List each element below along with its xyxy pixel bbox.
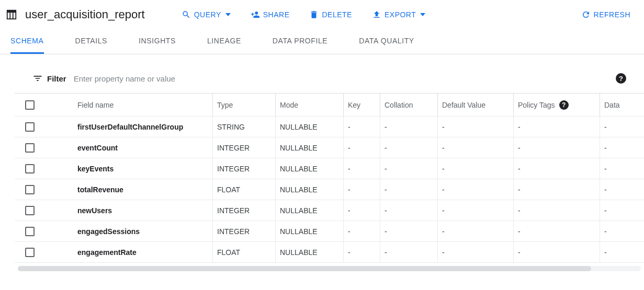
delete-label: DELETE [322, 10, 352, 19]
schema-panel: Filter ? Field name Type Mode Key Collat… [0, 54, 644, 271]
chevron-down-icon [225, 12, 231, 17]
cell-policy: - [513, 242, 600, 262]
cell-collation: - [380, 200, 437, 221]
refresh-button[interactable]: REFRESH [576, 7, 636, 22]
tab-schema[interactable]: SCHEMA [10, 29, 44, 54]
policy-tags-label: Policy Tags [518, 101, 555, 109]
cell-fieldname: newUsers [45, 206, 212, 215]
query-label: QUERY [194, 10, 221, 19]
col-header-policy: Policy Tags ? [513, 94, 600, 116]
tab-lineage[interactable]: LINEAGE [207, 29, 241, 54]
schema-table: Field name Type Mode Key Collation Defau… [15, 93, 644, 263]
cell-type: INTEGER [212, 158, 275, 179]
cell-mode: NULLABLE [275, 137, 343, 158]
col-header-type: Type [212, 94, 275, 116]
row-checkbox[interactable] [25, 122, 35, 132]
cell-fieldname: engagementRate [45, 248, 212, 257]
scrollbar-thumb[interactable] [18, 266, 591, 271]
cell-collation: - [380, 137, 437, 158]
cell-data: - [600, 137, 641, 158]
row-checkbox[interactable] [25, 143, 35, 153]
cell-fieldname: keyEvents [45, 165, 212, 173]
cell-default: - [437, 179, 513, 200]
delete-button[interactable]: DELETE [304, 7, 357, 22]
help-icon[interactable]: ? [616, 73, 626, 84]
cell-collation: - [380, 179, 437, 200]
col-header-mode: Mode [275, 94, 343, 116]
table-row: eventCountINTEGERNULLABLE----- [15, 137, 644, 158]
tab-data-quality[interactable]: DATA QUALITY [359, 29, 414, 54]
cell-default: - [437, 137, 513, 158]
col-header-key: Key [343, 94, 380, 116]
cell-policy: - [513, 137, 600, 158]
filter-label: Filter [47, 74, 66, 83]
tab-details[interactable]: DETAILS [75, 29, 108, 54]
cell-mode: NULLABLE [275, 158, 343, 179]
cell-key: - [343, 200, 380, 221]
table-row: engagedSessionsINTEGERNULLABLE----- [15, 221, 644, 242]
page-title: user_acquisition_report [25, 8, 145, 21]
cell-policy: - [513, 179, 600, 200]
cell-default: - [437, 200, 513, 221]
table-row: keyEventsINTEGERNULLABLE----- [15, 158, 644, 179]
cell-collation: - [380, 221, 437, 241]
toolbar-actions: QUERY SHARE DELETE EXPORT [176, 7, 438, 22]
row-checkbox[interactable] [25, 227, 35, 236]
cell-key: - [343, 117, 380, 137]
cell-type: STRING [212, 117, 275, 137]
tabs: SCHEMA DETAILS INSIGHTS LINEAGE DATA PRO… [0, 29, 644, 54]
export-icon [372, 10, 381, 19]
cell-data: - [600, 242, 641, 262]
cell-collation: - [380, 158, 437, 179]
tab-data-profile[interactable]: DATA PROFILE [273, 29, 327, 54]
cell-data: - [600, 179, 641, 200]
cell-policy: - [513, 158, 600, 179]
share-label: SHARE [263, 10, 290, 19]
search-icon [182, 10, 191, 19]
cell-fieldname: totalRevenue [45, 185, 212, 194]
row-checkbox[interactable] [25, 164, 35, 173]
cell-policy: - [513, 221, 600, 241]
share-button[interactable]: SHARE [245, 7, 295, 22]
cell-default: - [437, 117, 513, 137]
horizontal-scrollbar[interactable] [18, 266, 641, 271]
help-icon[interactable]: ? [559, 100, 569, 110]
cell-fieldname: eventCount [45, 144, 212, 152]
cell-policy: - [513, 117, 600, 137]
cell-policy: - [513, 200, 600, 221]
cell-collation: - [380, 117, 437, 137]
col-header-collation: Collation [380, 94, 437, 116]
table-row: firstUserDefaultChannelGroupSTRINGNULLAB… [15, 117, 644, 137]
cell-key: - [343, 242, 380, 262]
cell-fieldname: firstUserDefaultChannelGroup [45, 123, 212, 131]
cell-type: INTEGER [212, 200, 275, 221]
cell-mode: NULLABLE [275, 221, 343, 241]
row-checkbox[interactable] [25, 185, 35, 194]
filter-row: Filter ? [15, 69, 644, 93]
filter-input[interactable] [74, 74, 616, 83]
cell-fieldname: engagedSessions [45, 227, 212, 236]
svg-rect-1 [7, 10, 16, 13]
cell-mode: NULLABLE [275, 200, 343, 221]
row-checkbox[interactable] [25, 206, 35, 215]
filter-icon [32, 73, 43, 84]
export-button[interactable]: EXPORT [367, 7, 431, 22]
table-icon [5, 8, 18, 21]
cell-type: FLOAT [212, 179, 275, 200]
toolbar: user_acquisition_report QUERY SHARE DELE… [0, 0, 644, 29]
query-button[interactable]: QUERY [176, 7, 236, 22]
trash-icon [309, 10, 319, 19]
cell-default: - [437, 221, 513, 241]
select-all-checkbox[interactable] [25, 100, 35, 110]
refresh-icon [581, 10, 591, 19]
col-header-default: Default Value [437, 94, 513, 116]
tab-insights[interactable]: INSIGHTS [139, 29, 176, 54]
cell-mode: NULLABLE [275, 179, 343, 200]
cell-type: FLOAT [212, 242, 275, 262]
cell-data: - [600, 200, 641, 221]
cell-data: - [600, 158, 641, 179]
row-checkbox[interactable] [25, 248, 35, 257]
cell-key: - [343, 137, 380, 158]
chevron-down-icon [420, 12, 425, 17]
cell-data: - [600, 221, 641, 241]
